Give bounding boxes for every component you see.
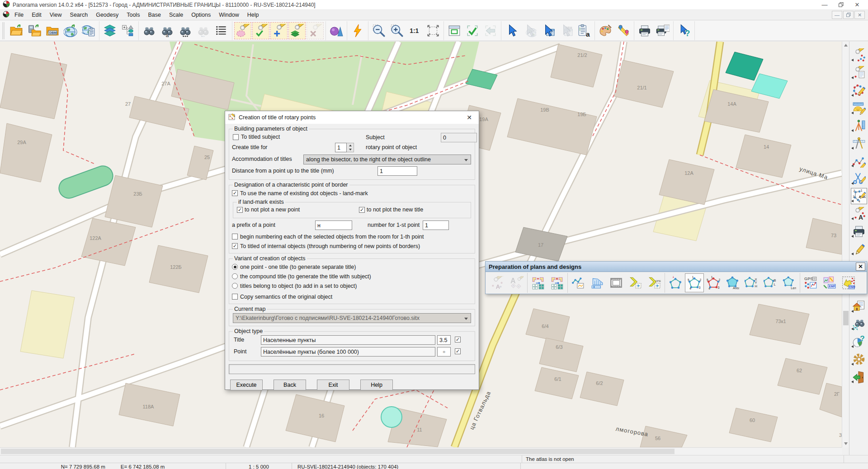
menu-tools[interactable]: Tools	[123, 10, 144, 19]
open-internet-map-button[interactable]	[61, 22, 80, 40]
titled-internal-checkbox[interactable]: ✓	[232, 243, 238, 249]
object-point-value[interactable]: Населённые пункты (более 100 000)	[261, 347, 435, 356]
open-project-button[interactable]	[80, 22, 98, 40]
search-region-button[interactable]	[851, 316, 867, 332]
show-panel-button[interactable]	[445, 22, 463, 40]
close-button[interactable]: ✕	[849, 0, 865, 9]
create-title-count-input[interactable]: 1	[335, 143, 347, 152]
settings-button[interactable]	[851, 351, 867, 367]
menu-geodesy[interactable]: Geodesy	[92, 10, 123, 19]
cut-object-button[interactable]	[851, 170, 867, 187]
print-fragment-button[interactable]	[851, 223, 867, 239]
find-title-button[interactable]: A	[851, 206, 867, 222]
map-passport-button[interactable]	[851, 298, 867, 314]
object-title-value[interactable]: Населенные пункты	[261, 335, 435, 345]
distance-input[interactable]: 1	[377, 166, 417, 176]
mdi-minimize-button[interactable]: —	[832, 11, 842, 19]
numbering-red-points-button[interactable]: 12345	[704, 273, 723, 292]
exit-task-button[interactable]	[851, 369, 867, 385]
menu-edit[interactable]: Edit	[28, 10, 46, 19]
preparation-panel-title-bar[interactable]: Preparation of plans and designs ✕	[486, 262, 867, 272]
build-graph-button[interactable]	[569, 273, 588, 292]
subject-input[interactable]: 0	[441, 133, 477, 142]
preparation-panel-close-button[interactable]: ✕	[856, 263, 865, 271]
gps-monitoring-button[interactable]: GPS	[801, 273, 820, 292]
menu-help[interactable]: Help	[243, 10, 263, 19]
calc-area-button[interactable]: Area	[723, 273, 742, 292]
select-area-button[interactable]	[234, 22, 251, 39]
object-point-checkbox[interactable]: ✓	[455, 348, 461, 354]
minimize-button[interactable]: —	[816, 0, 833, 9]
current-map-select[interactable]: Y:\Ekaterinburg\Готово с подписями\RU-SV…	[233, 313, 471, 323]
object-info-button[interactable]: a	[575, 22, 593, 40]
pointer-select-button[interactable]	[503, 22, 521, 40]
redraw-map-button[interactable]	[349, 22, 367, 40]
dialog-title-bar[interactable]: Creation of title of rotary points ✕	[225, 111, 479, 124]
create-title-spinner[interactable]	[347, 143, 354, 152]
zoom-in-button[interactable]	[388, 22, 406, 40]
select-accept-button[interactable]	[252, 22, 269, 39]
prefix-input[interactable]: н	[315, 220, 352, 230]
open-map-button[interactable]	[7, 22, 25, 40]
menu-search[interactable]: Search	[66, 10, 92, 19]
build-frame-button[interactable]	[607, 273, 626, 292]
back-button[interactable]: Back	[274, 380, 306, 390]
menu-view[interactable]: View	[46, 10, 66, 19]
open-database-button[interactable]: DBM	[43, 22, 61, 40]
edit-object-button[interactable]	[851, 241, 867, 257]
not-plot-title-checkbox[interactable]: ✓	[359, 207, 365, 213]
exit-button[interactable]: Exit	[317, 380, 349, 390]
select-marks-button[interactable]	[851, 47, 867, 63]
save-images-emf-button[interactable]: EMF	[820, 273, 839, 292]
accommodation-select[interactable]: along the bisector, to the right of the …	[303, 155, 471, 164]
cut-frames-button[interactable]	[547, 273, 566, 292]
to-titled-subject-checkbox[interactable]	[233, 134, 239, 140]
route-measure-button[interactable]	[614, 22, 632, 40]
zoom-original-button[interactable]: 1:1	[406, 22, 424, 40]
first-number-input[interactable]: 1	[423, 220, 449, 230]
menu-scale[interactable]: Scale	[165, 10, 187, 19]
begin-numbering-checkbox[interactable]	[232, 234, 238, 239]
execute-button[interactable]: Execute	[230, 380, 263, 390]
menu-window[interactable]: Window	[215, 10, 243, 19]
open-fragment-button[interactable]: OPEN	[645, 273, 664, 292]
spinner-down-icon[interactable]	[347, 148, 354, 152]
menu-file[interactable]: File	[10, 10, 28, 19]
map-design-button[interactable]	[596, 22, 614, 40]
build-profile-button[interactable]	[588, 273, 607, 292]
dialog-close-button[interactable]: ✕	[460, 112, 479, 124]
calc-length-button[interactable]: Len	[780, 273, 799, 292]
statistics-button[interactable]: ?	[851, 333, 867, 350]
contour-points-button[interactable]: 1	[666, 273, 685, 292]
vertical-scroll-thumb[interactable]	[843, 311, 849, 325]
mdi-close-button[interactable]: ✕	[854, 11, 865, 19]
zoom-extent-button[interactable]	[424, 22, 442, 40]
map-legend-button[interactable]	[119, 22, 137, 40]
copy-semantics-checkbox[interactable]	[232, 294, 238, 300]
coords-bl-button[interactable]: BL	[761, 273, 780, 292]
context-help-button[interactable]: ?	[675, 22, 693, 40]
spinner-up-icon[interactable]	[347, 143, 354, 148]
find-object-button[interactable]	[140, 22, 158, 40]
geodesy-works-button[interactable]	[851, 117, 867, 134]
export-fragment-button[interactable]	[626, 273, 645, 292]
menu-base[interactable]: Base	[144, 10, 165, 19]
scroll-up-arrow[interactable]	[844, 44, 848, 47]
help-button[interactable]: Help	[360, 380, 393, 390]
select-group-button[interactable]	[288, 22, 306, 39]
pointer-table-button[interactable]	[539, 22, 557, 40]
not-plot-point-checkbox[interactable]: ✓	[237, 207, 243, 213]
map-scale[interactable]: 1 : 5 000	[226, 463, 292, 469]
layer-list-button[interactable]	[101, 22, 119, 40]
variant-one-point-radio[interactable]	[232, 264, 238, 270]
menu-options[interactable]: Options	[187, 10, 215, 19]
print-map-button[interactable]	[636, 22, 654, 40]
use-landmark-checkbox[interactable]: ✓	[232, 190, 238, 196]
mdi-restore-button[interactable]	[843, 11, 854, 19]
measure-angles-button[interactable]	[851, 100, 867, 116]
export-emf-button[interactable]: EMF	[839, 273, 858, 292]
object-point-symbol[interactable]: ○	[437, 347, 451, 356]
find-by-list-button[interactable]	[176, 22, 194, 40]
open-from-computer-button[interactable]	[25, 22, 43, 40]
object-title-size[interactable]: 3.5	[437, 335, 451, 345]
